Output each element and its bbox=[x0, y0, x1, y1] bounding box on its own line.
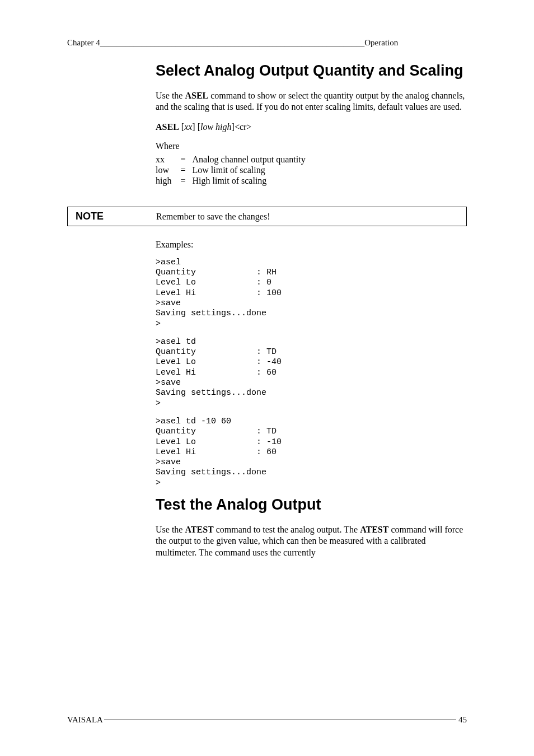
where-row: high = High limit of scaling bbox=[156, 176, 308, 186]
where-desc: Analog channel output quantity bbox=[192, 155, 307, 165]
where-label: Where bbox=[156, 141, 467, 151]
where-symbol: xx bbox=[156, 155, 174, 165]
page-footer: VAISALA 45 bbox=[67, 715, 467, 725]
where-row: xx = Analog channel output quantity bbox=[156, 155, 308, 165]
note-box: NOTE Remember to save the changes! bbox=[67, 207, 467, 226]
where-desc: Low limit of scaling bbox=[192, 165, 307, 176]
where-table: xx = Analog channel output quantity low … bbox=[156, 155, 308, 186]
atest-intro: Use the ATEST command to test the analog… bbox=[156, 524, 467, 558]
page-header: Chapter 4 ______________________________… bbox=[67, 38, 467, 48]
equals-sign: = bbox=[174, 165, 192, 176]
examples-label: Examples: bbox=[156, 240, 467, 250]
section-title-asel: Select Analog Output Quantity and Scalin… bbox=[156, 62, 467, 80]
where-symbol: low bbox=[156, 165, 174, 176]
main-content: Select Analog Output Quantity and Scalin… bbox=[67, 62, 467, 186]
where-desc: High limit of scaling bbox=[192, 176, 307, 186]
header-separator: ________________________________________… bbox=[100, 38, 365, 48]
terminal-example-1: >asel Quantity : RH Level Lo : 0 Level H… bbox=[156, 258, 467, 329]
section-title-atest: Test the Analog Output bbox=[156, 496, 467, 514]
footer-separator bbox=[104, 720, 456, 720]
terminal-example-2: >asel td Quantity : TD Level Lo : -40 Le… bbox=[156, 337, 467, 409]
where-symbol: high bbox=[156, 176, 174, 186]
note-text: Remember to save the changes! bbox=[156, 212, 270, 222]
footer-page-number: 45 bbox=[458, 715, 467, 725]
terminal-example-3: >asel td -10 60 Quantity : TD Level Lo :… bbox=[156, 417, 467, 488]
asel-syntax: ASEL [xx] [low high]<cr> bbox=[156, 122, 467, 132]
equals-sign: = bbox=[174, 155, 192, 165]
equals-sign: = bbox=[174, 176, 192, 186]
examples-content: Examples: >asel Quantity : RH Level Lo :… bbox=[67, 240, 467, 559]
header-section: Operation bbox=[364, 38, 398, 48]
note-label: NOTE bbox=[76, 211, 156, 222]
footer-brand: VAISALA bbox=[67, 715, 103, 725]
asel-intro: Use the ASEL command to show or select t… bbox=[156, 90, 467, 113]
where-row: low = Low limit of scaling bbox=[156, 165, 308, 176]
header-chapter: Chapter 4 bbox=[67, 38, 100, 48]
